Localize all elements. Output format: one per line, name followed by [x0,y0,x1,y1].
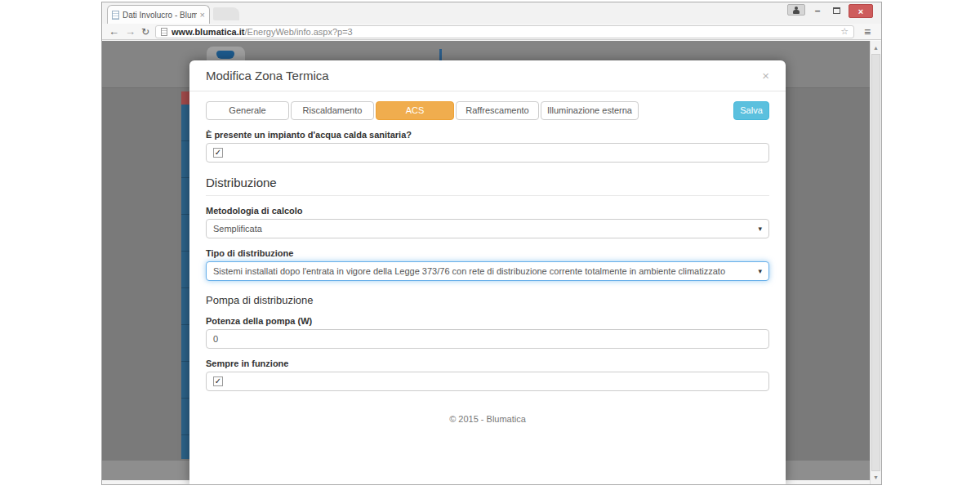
browser-tab[interactable]: Dati Involucro - Blumatica × [107,5,210,24]
background-red-item [181,91,189,105]
modal-title: Modifica Zona Termica [206,69,329,82]
page-icon [161,28,167,36]
sempre-in-funzione-label: Sempre in funzione [206,359,769,368]
window-controls: – × [787,4,873,18]
chevron-down-icon: ▾ [758,267,762,275]
modal-close-icon[interactable]: × [762,69,769,82]
browser-tab-title: Dati Involucro - Blumatica [122,11,197,20]
modal-tabs: Generale Riscaldamento ACS Raffrescament… [206,101,769,120]
favicon-icon [112,11,119,20]
menu-icon[interactable]: ≡ [860,25,875,38]
url-domain: www.blumatica.it [172,27,244,37]
scroll-down-icon[interactable]: ▼ [871,471,881,483]
tab-close-icon[interactable]: × [200,11,205,19]
sempre-checkbox-field[interactable]: ✓ [206,372,769,391]
browser-titlebar: Dati Involucro - Blumatica × – × [102,2,881,24]
modal-header: Modifica Zona Termica × [189,60,786,91]
modal-body: Generale Riscaldamento ACS Raffrescament… [189,91,786,424]
section-distribuzione: Distribuzione [206,176,769,196]
url-text[interactable]: www.blumatica.it/EnergyWeb/info.aspx?p=3 [172,27,353,37]
background-blue-sidebar [181,105,189,459]
page-scrollbar[interactable]: ▲ ▼ [870,41,881,484]
acs-checkbox-field[interactable]: ✓ [206,143,769,163]
section-pompa-distribuzione: Pompa di distribuzione [206,294,769,306]
acs-question-label: È presente un impianto d'acqua calda san… [206,130,769,140]
minimize-button[interactable]: – [811,4,824,17]
scroll-up-icon[interactable]: ▲ [871,42,881,54]
chevron-down-icon: ▾ [758,225,762,233]
tipo-distribuzione-value: Sistemi installati dopo l'entrata in vig… [213,266,725,276]
tipo-distribuzione-label: Tipo di distribuzione [206,248,769,258]
sempre-checkbox[interactable]: ✓ [213,376,223,386]
potenza-pompa-value: 0 [213,334,218,344]
profile-button[interactable] [787,4,805,16]
person-icon [792,7,800,14]
potenza-pompa-input[interactable]: 0 [206,329,769,349]
tab-riscaldamento[interactable]: Riscaldamento [291,101,374,120]
url-path: /EnergyWeb/info.aspx?p=3 [245,27,353,37]
forward-icon[interactable]: → [125,25,136,38]
maximize-button[interactable] [830,4,843,17]
modal-dialog: Modifica Zona Termica × Generale Riscald… [189,60,786,484]
background-logo [216,51,234,59]
acs-checkbox[interactable]: ✓ [213,148,223,158]
tab-raffrescamento[interactable]: Raffrescamento [456,101,539,120]
close-window-button[interactable]: × [849,4,873,18]
browser-toolbar: ← → ↻ www.blumatica.it/EnergyWeb/info.as… [102,24,881,40]
tab-generale[interactable]: Generale [206,101,289,120]
background-tab-shape [207,47,245,60]
browser-window: Dati Involucro - Blumatica × – × ← → ↻ [101,2,882,485]
save-button[interactable]: Salva [733,101,769,120]
address-bar[interactable]: www.blumatica.it/EnergyWeb/info.aspx?p=3… [155,25,854,38]
page-content: Modifica Zona Termica × Generale Riscald… [102,41,881,484]
tab-acs[interactable]: ACS [376,101,454,120]
tipo-distribuzione-select[interactable]: Sistemi installati dopo l'entrata in vig… [206,261,769,281]
back-icon[interactable]: ← [109,25,119,38]
reload-icon[interactable]: ↻ [141,25,149,38]
tab-illuminazione-esterna[interactable]: Illuminazione esterna [541,101,639,120]
scrollbar-thumb[interactable] [871,54,880,471]
copyright-footer: © 2015 - Blumatica [206,414,769,424]
new-tab-button[interactable] [213,7,239,20]
maximize-icon [833,7,840,14]
metodologia-value: Semplificata [213,224,262,234]
potenza-pompa-label: Potenza della pompa (W) [206,316,769,326]
metodologia-label: Metodologia di calcolo [206,206,769,216]
metodologia-select[interactable]: Semplificata ▾ [206,219,769,238]
background-mark [439,49,442,60]
screen: Dati Involucro - Blumatica × – × ← → ↻ [0,0,980,490]
bookmark-star-icon[interactable]: ☆ [840,26,849,37]
